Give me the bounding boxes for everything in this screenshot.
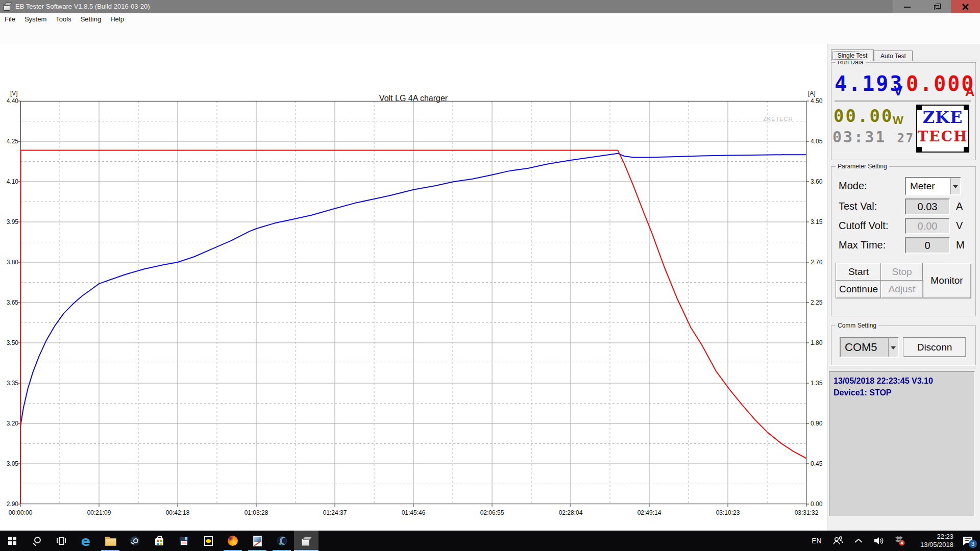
seamonkey-icon (277, 536, 287, 546)
store-icon (155, 538, 163, 545)
panel-splitter[interactable] (829, 365, 976, 368)
menu-tools[interactable]: Tools (51, 15, 76, 23)
chevron-down-icon[interactable] (888, 338, 898, 357)
mode-value: Meter (910, 178, 935, 194)
right-tick: 0.00 (811, 500, 829, 508)
start-button[interactable]: Start (836, 263, 881, 281)
menu-system[interactable]: System (20, 15, 51, 23)
file-explorer-icon (105, 537, 116, 545)
window-title: EB Tester Software V1.8.5 (Build 2016-03… (15, 3, 150, 10)
right-tick: 3.15 (811, 218, 829, 226)
tab-single-test[interactable]: Single Test (831, 49, 874, 61)
left-tick: 3.35 (2, 380, 18, 387)
test-val-label: Test Val: (839, 201, 877, 212)
cutoff-volt-unit: V (956, 220, 963, 232)
restore-button[interactable] (922, 0, 951, 13)
taskbar-firefox[interactable] (220, 531, 245, 551)
right-tick: 0.45 (811, 460, 829, 467)
right-tick: 1.80 (811, 339, 829, 346)
sync-error-icon[interactable] (889, 531, 910, 551)
max-time-unit: M (956, 239, 965, 251)
left-tick: 4.25 (2, 138, 18, 145)
notification-icon[interactable]: 3 (955, 531, 980, 551)
clock[interactable]: 22:23 13/05/2018 (910, 531, 955, 551)
taskbar-file-explorer[interactable] (98, 531, 122, 551)
menu-help[interactable]: Help (106, 15, 129, 23)
logo-text-top: ZKE (917, 108, 968, 127)
taskbar-steam[interactable] (122, 531, 147, 551)
cutoff-volt-label: Cutoff Volt: (839, 220, 888, 232)
right-axis-unit-label: [A] (808, 90, 816, 97)
disconnect-button[interactable]: Disconn (903, 337, 966, 357)
left-tick: 2.90 (2, 500, 18, 508)
language-indicator[interactable]: EN (805, 531, 828, 551)
taskbar-paint-app[interactable] (245, 531, 270, 551)
parameter-setting-legend: Parameter Setting (836, 163, 889, 170)
max-time-label: Max Time: (839, 239, 886, 251)
toolbar: Device1 (0, 24, 980, 44)
taskbar-floppy-app[interactable] (172, 531, 196, 551)
cutoff-volt-input[interactable]: 0.00 (905, 218, 950, 234)
continue-button[interactable]: Continue (836, 280, 881, 298)
left-tick: 4.10 (2, 178, 18, 185)
menu-bar: FileSystemToolsSettingHelp (0, 13, 980, 24)
log-line: Device1: STOP (834, 387, 970, 398)
minimize-button[interactable] (893, 0, 922, 13)
taskbar-seamonkey[interactable] (270, 531, 294, 551)
mode-select[interactable]: Meter (905, 177, 961, 195)
right-tick: 2.70 (811, 259, 829, 266)
right-tick: 3.60 (811, 178, 829, 185)
taskbar-edge[interactable] (74, 531, 98, 551)
chevron-down-icon[interactable] (950, 178, 960, 194)
taskbar-task-view[interactable] (49, 531, 74, 551)
taskbar-batman-app[interactable] (196, 531, 220, 551)
status-log: 13/05/2018 22:23:45 V3.10Device1: STOP (829, 371, 975, 516)
power-unit: W (893, 114, 903, 127)
voltage-unit: V (894, 83, 902, 99)
adjust-button[interactable]: Adjust (880, 280, 923, 298)
chevron-up-icon[interactable] (848, 531, 869, 551)
elapsed-time-main: 03:31 (832, 128, 886, 146)
menu-file[interactable]: File (0, 15, 20, 23)
menu-setting[interactable]: Setting (76, 15, 106, 23)
tray-date: 13/05/2018 (920, 541, 953, 549)
elapsed-time-readout: 03:31 27 (832, 128, 915, 146)
x-tick: 01:45:46 (390, 509, 436, 516)
x-tick: 03:31:32 (783, 509, 829, 516)
left-tick: 3.95 (2, 218, 18, 226)
left-tick: 3.20 (2, 420, 18, 427)
x-tick: 01:24:37 (312, 509, 358, 516)
left-tick: 3.50 (2, 339, 18, 346)
test-val-input[interactable]: 0.03 (905, 198, 950, 215)
com-port-select[interactable]: COM5 (840, 337, 899, 358)
notification-badge: 3 (969, 540, 977, 548)
firefox-icon (228, 536, 238, 546)
x-tick: 01:03:28 (233, 509, 279, 516)
x-tick: 00:21:09 (76, 509, 122, 516)
title-bar: EB Tester Software V1.8.5 (Build 2016-03… (0, 0, 980, 13)
left-axis-unit-label: [V] (10, 90, 18, 97)
right-tick: 2.25 (811, 299, 829, 306)
close-button[interactable] (951, 0, 980, 13)
tab-auto-test[interactable]: Auto Test (874, 51, 913, 61)
elapsed-time-seconds: 27 (897, 131, 915, 145)
taskbar-eb-tester[interactable] (294, 531, 318, 551)
left-tick: 3.80 (2, 259, 18, 266)
volume-icon[interactable] (869, 531, 889, 551)
taskbar-store[interactable] (147, 531, 172, 551)
log-line: 13/05/2018 22:23:45 V3.10 (834, 375, 970, 387)
x-tick: 00:00:00 (0, 509, 43, 516)
task-view-icon (57, 537, 66, 544)
taskbar-start[interactable] (0, 531, 24, 551)
paint-app-icon (253, 536, 262, 546)
people-icon[interactable] (828, 531, 848, 551)
monitor-button[interactable]: Monitor (922, 263, 971, 298)
stop-button[interactable]: Stop (880, 263, 923, 281)
right-tick: 4.05 (811, 138, 829, 145)
current-unit: A (965, 84, 974, 99)
power-readout: 00.00 (834, 106, 893, 126)
app-cube-icon (4, 3, 12, 10)
max-time-input[interactable]: 0 (905, 237, 950, 254)
comm-setting-legend: Comm Setting (836, 322, 878, 329)
taskbar-search[interactable] (24, 531, 49, 551)
